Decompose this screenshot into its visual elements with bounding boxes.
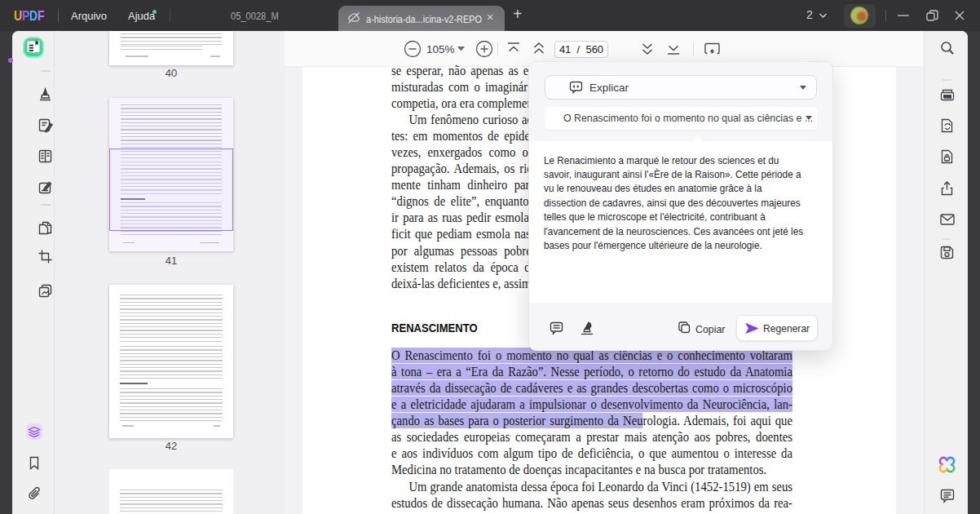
svg-text:OCR: OCR <box>944 95 951 99</box>
